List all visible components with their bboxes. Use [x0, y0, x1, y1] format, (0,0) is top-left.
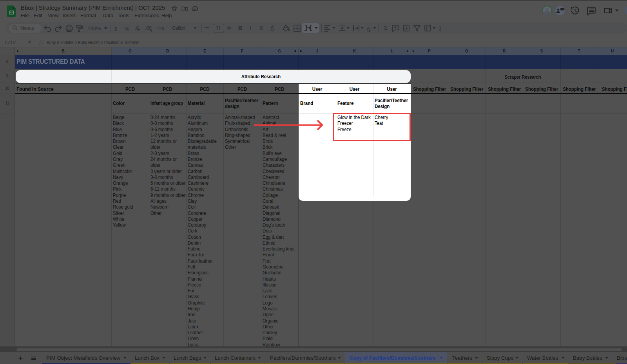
svg-text:.00: .00: [145, 25, 152, 31]
svg-text:100%: 100%: [87, 25, 101, 31]
svg-text:£: £: [114, 26, 118, 32]
svg-text:Σ: Σ: [439, 25, 441, 32]
svg-text:123: 123: [157, 26, 164, 31]
svg-text:%: %: [125, 26, 129, 32]
